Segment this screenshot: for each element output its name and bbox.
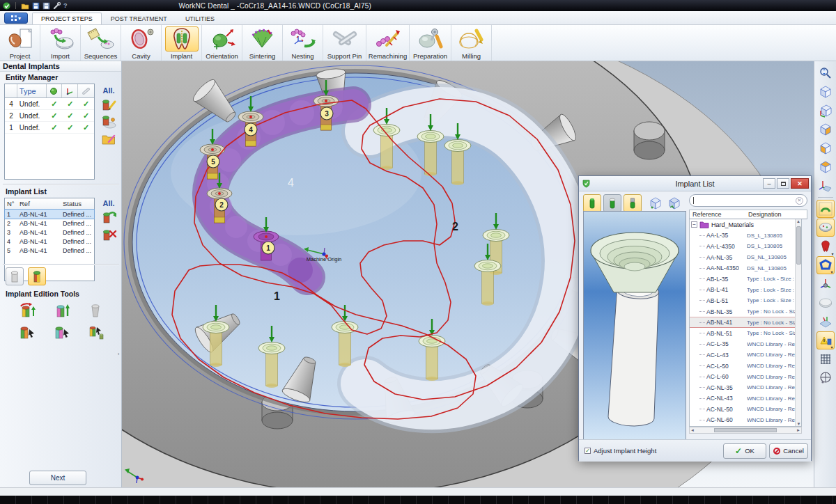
reference-row[interactable]: AA-L-4350 DS_L_130805 [690,241,801,252]
type-column-header[interactable]: Type [17,84,47,97]
axis-plane-view-button[interactable] [816,177,835,195]
collision-check-button[interactable]: ▾ [816,331,835,349]
entity-row[interactable]: 1 Undef. ✓ ✓ ✓ [5,122,94,134]
tab-post-treatment[interactable]: POST TREATMENT [102,13,176,24]
top-view-cube-button[interactable] [816,158,835,176]
ribbon-cavity-button[interactable]: Cavity [121,25,162,61]
implant-type-capped-button[interactable] [603,194,621,212]
ribbon-sequences-button[interactable]: Sequences [81,25,121,61]
iso-view-cube-button[interactable] [816,83,835,101]
ribbon-nesting-button[interactable]: Nesting [283,25,323,61]
reference-row[interactable]: AB-L-35 Type : Lock - Size : 3.5 [690,274,801,285]
visible-check-icon[interactable]: ✓ [47,100,63,109]
pick-implant-axis-tool[interactable] [50,324,71,341]
visibility-icon[interactable] [47,84,63,97]
implant-type-abutment-button[interactable] [624,194,642,212]
scroll-up-arrow[interactable]: ▲ [796,219,800,223]
designation-column-header[interactable]: Designation [748,211,782,218]
disabled-implant-tool[interactable] [85,302,106,319]
axis-check-icon[interactable]: ✓ [62,123,78,132]
view-mode-cube-icon[interactable] [648,196,663,211]
adjust-height-checkbox[interactable]: ✓ [585,448,591,454]
ribbon-support-pin-button[interactable]: Support Pin [323,25,366,61]
clear-search-icon[interactable]: ✕ [796,197,803,205]
scroll-left-arrow[interactable]: ◄ [690,428,695,432]
compass-button[interactable] [816,369,835,387]
reference-row[interactable]: AC-NL-50 WNCD Library - Ref : AC - Typ [690,404,801,415]
list-horizontal-scrollbar[interactable]: ◄ ► [689,427,802,434]
pick-implant-component-tool[interactable] [85,324,106,341]
ribbon-project-button[interactable]: Project [0,25,40,61]
reference-row[interactable]: AC-L-43 WNCD Library - Ref : AC - Typ [690,349,801,361]
tab-project-steps[interactable]: PROJECT STEPS [32,13,102,24]
entity-row[interactable]: 2 Undef. ✓ ✓ ✓ [5,110,94,122]
reference-row[interactable]: AC-NL-60 WNCD Library - Ref : AC - Typ [690,415,801,426]
implant-type-plain-button[interactable] [583,194,601,212]
lock-icon[interactable] [78,84,94,97]
entity-row[interactable]: 4 Undef. ✓ ✓ ✓ [5,98,94,110]
ribbon-sintering-button[interactable]: Sintering [242,25,283,61]
close-button[interactable]: ✕ [791,178,809,189]
maximize-button[interactable] [777,178,789,189]
reference-row[interactable]: AB-NL-35 Type : No Lock - Size : 3.5 [690,306,801,317]
implant-3d-preview[interactable] [583,211,686,441]
ribbon-preparation-button[interactable]: Preparation [410,25,451,61]
implant-marker-2[interactable]: 2 [215,198,228,211]
axis-check-icon[interactable]: ✓ [62,111,78,120]
ref-column-header[interactable]: Ref [17,200,61,207]
sidebar-collapse-arrow[interactable]: › [118,352,119,356]
reference-row[interactable]: AC-NL-35 WNCD Library - Ref : AC - Typ [690,382,801,393]
implant-row[interactable]: 3 AB-NL-41 Defined ... [5,228,94,237]
collapse-icon[interactable]: − [691,221,697,228]
reference-row[interactable]: AB-L-51 Type : Lock - Size : 5.1 [690,295,801,306]
edit-implant-icon[interactable] [100,97,117,112]
visible-check-icon[interactable]: ✓ [47,123,63,132]
ribbon-import-button[interactable]: Import [40,25,81,61]
reference-row[interactable]: AA-NL-35 DS_NL_130805 [690,252,801,263]
materials-folder-row[interactable]: − Hard_Materials [690,219,801,230]
raise-implant-tool[interactable] [50,302,71,319]
implant-view-gray-toggle[interactable] [6,267,24,285]
help-icon[interactable]: ? [63,2,68,9]
lock-check-icon[interactable]: ✓ [78,123,94,132]
next-button[interactable]: Next [29,471,86,485]
reference-row[interactable]: AC-NL-43 WNCD Library - Ref : AC - Typ [690,393,801,404]
origin-axes-button[interactable] [816,275,835,293]
ok-button[interactable]: ✓ OK [723,443,766,459]
ribbon-orientation-button[interactable]: Orientation [202,25,242,61]
show-disc-button[interactable] [816,219,835,237]
reference-column-header[interactable]: Reference [690,211,748,218]
lock-check-icon[interactable]: ✓ [78,111,94,120]
minimize-button[interactable]: – [763,178,775,189]
reference-row[interactable]: AB-L-41 Type : Lock - Size : 4.1 [690,285,801,296]
scroll-right-arrow[interactable]: ► [796,428,800,432]
show-prosthesis-button[interactable] [816,200,835,218]
folder-edit-icon[interactable] [100,132,117,147]
implant-search-box[interactable]: ✕ [689,194,807,207]
tab-utilities[interactable]: UTILITIES [176,13,224,24]
add-implant-icon[interactable] [100,210,117,225]
reference-row[interactable]: AC-L-60 WNCD Library - Ref : AC - Typ [690,371,801,382]
zoom-pan-button[interactable] [816,64,835,82]
implant-marker-5[interactable]: 5 [207,155,219,168]
visible-check-icon[interactable]: ✓ [47,111,63,120]
reference-row[interactable]: AA-L-35 DS_L_130805 [690,230,801,242]
implant-marker-3[interactable]: 3 [320,107,333,120]
lock-check-icon[interactable]: ✓ [78,100,94,109]
save-as-icon[interactable] [42,2,50,10]
implant-all-button[interactable]: All. [102,199,114,207]
ribbon-implant-button[interactable]: Implant [162,25,202,61]
show-fixture-button[interactable] [816,313,835,331]
scrollbar-thumb[interactable] [714,428,777,432]
rotate-implant-tool[interactable] [15,302,36,319]
entity-all-button[interactable]: All. [102,86,114,95]
open-folder-icon[interactable] [21,2,29,10]
pick-implant-tool[interactable] [15,324,36,341]
scrollbar-thumb[interactable] [796,226,801,265]
implant-row[interactable]: 1 AB-NL-41 Defined ... [5,210,94,219]
delete-implant-icon[interactable] [100,227,117,242]
reference-row[interactable]: AC-L-35 WNCD Library - Ref : AC - Typ [690,339,801,350]
section-cube-icon[interactable] [667,196,682,211]
tools-icon[interactable] [53,2,61,10]
axis-check-icon[interactable]: ✓ [62,100,78,109]
